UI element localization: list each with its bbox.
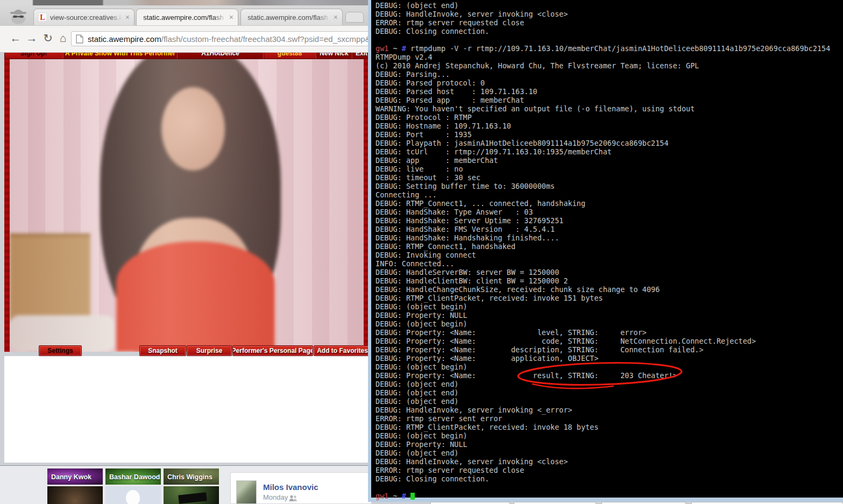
friend-tile[interactable]: Chris Wiggins: [164, 468, 219, 485]
friend-name: Chris Wiggins: [167, 473, 212, 481]
tab-label: static.awempire.com/flash: [245, 13, 330, 22]
background-window-strip: [0, 0, 371, 5]
address-bar[interactable]: static.awempire.com/flash/custom-freecha…: [71, 31, 371, 46]
snapshot-button[interactable]: Snapshot: [139, 345, 186, 356]
post-author-link[interactable]: Milos Ivanovic: [263, 482, 318, 492]
scrollbar-fragment: [430, 502, 510, 504]
friend-tile[interactable]: Danny Kwok: [47, 468, 103, 485]
facebook-window: Danny Kwok Bashar Dawood Chris Wiggins M…: [0, 466, 371, 504]
lighting-overlay: [10, 59, 364, 352]
home-button[interactable]: ⌂: [56, 30, 70, 46]
tab-strip: L view-source:creatives.livej × static.a…: [0, 5, 371, 25]
tab-view-source[interactable]: L view-source:creatives.livej ×: [33, 9, 134, 25]
scrollbar-fragment: [514, 502, 596, 504]
incognito-icon: [9, 8, 28, 27]
tab-awempire-active[interactable]: static.awempire.com/flash ×: [136, 9, 238, 25]
desktop: L view-source:creatives.livej × static.a…: [0, 0, 843, 504]
tab-close-icon[interactable]: ×: [125, 13, 130, 21]
facebook-post-card: Milos Ivanovic Monday: [230, 472, 376, 504]
surprise-button[interactable]: Surprise: [187, 345, 232, 356]
url-path: /flash/custom-freechat/freechat304.swf?p…: [161, 34, 371, 44]
window-fragment: [691, 502, 843, 504]
terminal-window[interactable]: DEBUG: (object end) DEBUG: HandleInvoke,…: [368, 0, 843, 502]
page-icon: [76, 34, 83, 44]
tab-label: static.awempire.com/flash: [141, 13, 226, 22]
avatar[interactable]: [236, 480, 257, 504]
back-button[interactable]: ←: [9, 30, 23, 46]
tab-awempire-2[interactable]: static.awempire.com/flash ×: [240, 9, 343, 25]
webcam-video-placeholder: [10, 59, 364, 352]
browser-window: L view-source:creatives.livej × static.a…: [0, 5, 371, 466]
terminal-cursor: [410, 493, 415, 500]
reload-button[interactable]: ↻: [41, 30, 55, 46]
forward-button[interactable]: →: [25, 30, 39, 46]
scrollbar-fragment: [601, 502, 686, 504]
friend-name: Bashar Dawood: [109, 473, 160, 481]
photo-tile[interactable]: [47, 486, 103, 504]
page-background: [4, 356, 371, 463]
photo-tile[interactable]: [164, 486, 219, 504]
tab-close-icon[interactable]: ×: [229, 13, 233, 21]
tab-label: view-source:creatives.livej: [50, 13, 122, 22]
add-favorites-button[interactable]: Add to Favorites: [314, 345, 371, 356]
settings-button[interactable]: Settings: [39, 345, 82, 356]
webcam-video: [4, 59, 371, 352]
livejournal-favicon: L: [38, 13, 47, 22]
new-tab-button[interactable]: [345, 12, 364, 23]
friend-name: Danny Kwok: [51, 473, 91, 481]
friend-tile[interactable]: Bashar Dawood: [105, 468, 161, 485]
navigation-bar: ← → ↻ ⌂ static.awempire.com/flash/custom…: [0, 25, 371, 52]
url-domain: static.awempire.com: [88, 34, 161, 44]
photo-tile-silhouette[interactable]: [105, 486, 161, 504]
friends-icon: [289, 494, 297, 503]
background-window-fragments: [371, 502, 843, 504]
post-timestamp: Monday: [263, 493, 288, 501]
tab-close-icon[interactable]: ×: [334, 13, 338, 21]
performer-page-button[interactable]: Performer's Personal Page: [232, 345, 313, 356]
terminal-output: DEBUG: (object end) DEBUG: HandleInvoke,…: [371, 0, 843, 500]
